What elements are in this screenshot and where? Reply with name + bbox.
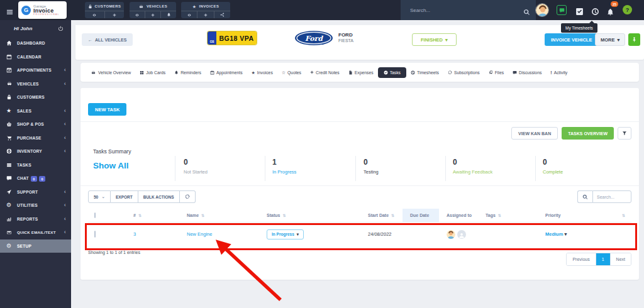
- assignee-avatar-placeholder[interactable]: [457, 230, 466, 239]
- sidebar-item-sales[interactable]: ★ SALES ‹: [0, 104, 71, 118]
- logout-power-icon[interactable]: [58, 25, 64, 31]
- tab-invoices[interactable]: ★Invoices: [247, 68, 277, 77]
- show-all-link[interactable]: Show All: [93, 161, 129, 170]
- column-header-tags[interactable]: Tags⇅: [478, 209, 538, 223]
- sidebar-item-chat[interactable]: CHAT00: [0, 172, 71, 185]
- divider: [265, 156, 265, 181]
- refresh-button[interactable]: [180, 190, 196, 203]
- pagination-page-1[interactable]: 1: [596, 253, 610, 265]
- tab-appointments[interactable]: Appointments: [206, 68, 247, 77]
- sidebar-item-appointments[interactable]: APPOINTMENTS ‹: [0, 63, 71, 77]
- tab-job-cards[interactable]: Job Cards: [135, 68, 170, 77]
- menu-toggle-icon[interactable]: [6, 6, 14, 13]
- column-header-assigned-to[interactable]: Assigned to: [439, 209, 478, 223]
- tab-files[interactable]: Files: [484, 68, 508, 77]
- task-name-link[interactable]: New Engine: [187, 231, 212, 237]
- sidebar-greeting: Hi John: [0, 20, 71, 36]
- stat-testing: 0 Testing: [364, 158, 379, 175]
- pin-button[interactable]: [628, 33, 640, 46]
- tab-quotes[interactable]: ☆Quotes: [277, 68, 306, 77]
- bubble-icon: [513, 70, 517, 75]
- tab-subscriptions[interactable]: Subscriptions: [443, 68, 484, 77]
- stat-value: 1: [272, 158, 296, 166]
- tab-label: Invoices: [257, 70, 273, 75]
- stat-in-progress: 1 In Progress: [272, 158, 296, 175]
- row-checkbox[interactable]: [94, 231, 96, 238]
- page-size-select[interactable]: 50 ⌄: [88, 190, 111, 203]
- sidebar-item-vehicles[interactable]: VEHICLES ‹: [0, 77, 71, 91]
- select-all-checkbox[interactable]: [94, 212, 96, 218]
- search-icon[interactable]: [523, 6, 530, 18]
- column-header-name[interactable]: Name⇅: [179, 209, 259, 223]
- sidebar-item-shop-pos[interactable]: SHOP & POS ‹: [0, 118, 71, 131]
- sidebar-item-support[interactable]: SUPPORT ‹: [0, 185, 71, 199]
- column-header-id[interactable]: #⇅: [126, 209, 179, 223]
- task-status-dropdown[interactable]: In Progress▾: [267, 229, 304, 239]
- vehicles-view-icon[interactable]: [130, 11, 145, 18]
- task-priority-dropdown[interactable]: Medium ▾: [545, 231, 567, 237]
- status-dropdown-button[interactable]: FINISHED ▾: [412, 33, 457, 46]
- sidebar-item-setup[interactable]: ⚙ SETUP: [0, 239, 71, 253]
- sidebar-item-reports[interactable]: REPORTS ‹: [0, 212, 71, 226]
- tab-tasks[interactable]: Tasks: [378, 67, 406, 78]
- tab-discussions[interactable]: Discussions: [508, 68, 546, 77]
- sidebar-item-quick-email[interactable]: QUICK EMAIL/TEXT ‹: [0, 226, 71, 239]
- stat-label: Not Started: [184, 170, 208, 175]
- pagination-next[interactable]: Next: [610, 253, 631, 265]
- tab-vehicle-overview[interactable]: Vehicle Overview: [86, 68, 135, 77]
- bulk-actions-button[interactable]: BULK ACTIONS: [138, 190, 180, 203]
- divider: [355, 156, 356, 181]
- user-avatar[interactable]: [535, 3, 549, 17]
- app-logo[interactable]: G Garage Invoice PROFESSIONAL: [18, 1, 67, 19]
- help-icon[interactable]: ?: [623, 5, 632, 14]
- customers-add-icon[interactable]: [104, 11, 125, 18]
- timesheets-icon[interactable]: [591, 6, 599, 17]
- column-header-priority[interactable]: Priority⇅: [538, 209, 631, 223]
- sidebar-item-tasks[interactable]: TASKS: [0, 158, 71, 172]
- table-search-icon[interactable]: [577, 190, 592, 203]
- sidebar-item-inventory[interactable]: INVENTORY ‹: [0, 145, 71, 158]
- tab-label: Discussions: [519, 70, 541, 75]
- invoices-share-icon[interactable]: [214, 11, 230, 18]
- notifications-bell-icon[interactable]: [606, 6, 614, 18]
- global-search-input[interactable]: [401, 0, 536, 20]
- invoices-add-icon[interactable]: [197, 11, 213, 18]
- vehicles-add-icon[interactable]: [145, 11, 160, 18]
- view-kanban-button[interactable]: VIEW KAN BAN: [511, 127, 558, 140]
- new-task-button[interactable]: NEW TASK: [88, 103, 126, 116]
- export-button[interactable]: EXPORT: [111, 190, 138, 203]
- task-id-link[interactable]: 3: [133, 231, 136, 237]
- column-label: Start Date: [368, 213, 389, 217]
- sidebar: Hi John DASHBOARD CALENDAR APPOINTMENTS …: [0, 20, 71, 308]
- tab-activity[interactable]: !Activity: [546, 68, 572, 77]
- more-dropdown-button[interactable]: MORE ▾: [595, 33, 625, 46]
- sidebar-item-customers[interactable]: CUSTOMERS: [0, 91, 71, 104]
- tasks-overview-button[interactable]: TASKS OVERVIEW: [562, 127, 614, 140]
- table-search-input[interactable]: [592, 190, 631, 203]
- assignee-avatar[interactable]: [447, 230, 455, 239]
- filter-button[interactable]: [618, 127, 631, 140]
- column-header-start-date[interactable]: Start Date⇅: [360, 209, 402, 223]
- column-header-status[interactable]: Status⇅: [259, 209, 360, 223]
- invoice-vehicle-button[interactable]: INVOICE VEHICLE: [545, 33, 598, 46]
- calendar-icon: [210, 70, 214, 75]
- caret-down-icon: ▾: [445, 37, 448, 43]
- tab-reminders[interactable]: Reminders: [170, 68, 206, 77]
- pagination-previous[interactable]: Previous: [567, 253, 595, 265]
- vehicles-reminder-icon[interactable]: [160, 11, 176, 18]
- chat-icon[interactable]: [557, 5, 567, 15]
- invoices-view-icon[interactable]: [181, 11, 197, 18]
- my-tasks-icon[interactable]: [575, 6, 584, 17]
- tab-expenses[interactable]: Expenses: [344, 68, 378, 77]
- customers-view-icon[interactable]: [85, 11, 104, 18]
- sidebar-item-calendar[interactable]: CALENDAR: [0, 50, 71, 64]
- all-vehicles-button[interactable]: ← ALL VEHICLES: [82, 33, 133, 46]
- column-header-due-date[interactable]: Due Date: [402, 209, 439, 223]
- sidebar-label: APPOINTMENTS: [17, 68, 64, 72]
- sidebar-item-utilities[interactable]: ⚙ UTILITIES ‹: [0, 199, 71, 212]
- sidebar-item-dashboard[interactable]: DASHBOARD: [0, 36, 71, 50]
- sidebar-item-purchase[interactable]: PURCHASE ‹: [0, 131, 71, 145]
- tab-timesheets[interactable]: Timesheets: [406, 68, 443, 77]
- vehicle-make-block: Ford FORD FIESTA: [294, 30, 353, 46]
- tab-credit-notes[interactable]: Credit Notes: [306, 68, 344, 77]
